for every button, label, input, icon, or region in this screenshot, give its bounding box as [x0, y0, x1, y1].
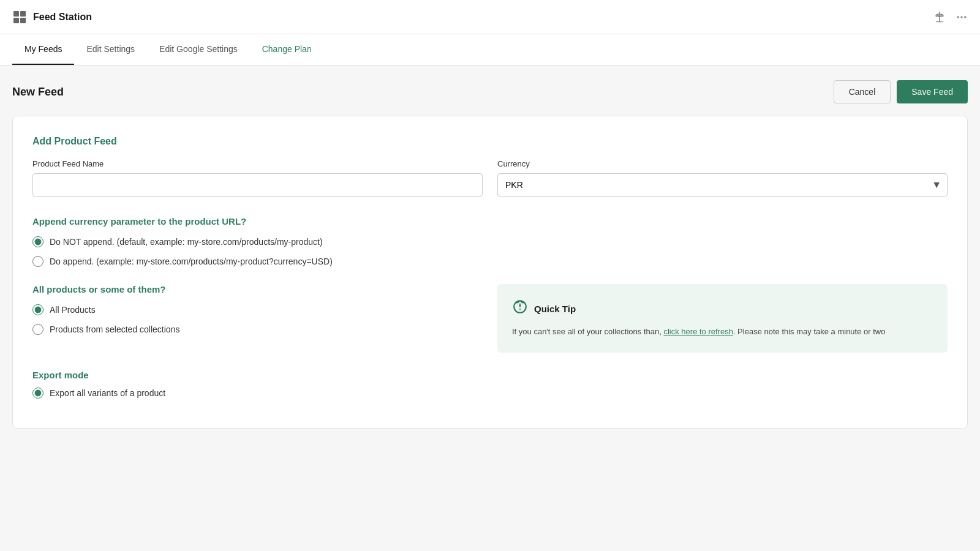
product-feed-name-input[interactable] [32, 173, 483, 197]
export-mode-title: Export mode [32, 370, 948, 380]
pin-button[interactable] [933, 11, 946, 23]
selected-collections-label: Products from selected collections [50, 324, 179, 334]
app-branding: Feed Station [12, 10, 92, 24]
form-card: Add Product Feed Product Feed Name Curre… [12, 116, 968, 429]
export-all-variants-radio[interactable] [32, 388, 43, 399]
refresh-link[interactable]: click here to refresh [663, 327, 733, 336]
currency-select[interactable]: PKR USD EUR GBP [497, 173, 948, 197]
no-append-label: Do NOT append. (default, example: my-sto… [50, 237, 323, 247]
all-products-label: All Products [50, 305, 96, 315]
do-append-option[interactable]: Do append. (example: my-store.com/produc… [32, 256, 948, 267]
selected-collections-radio[interactable] [32, 324, 43, 335]
page-title: New Feed [12, 86, 64, 99]
app-icon [12, 10, 27, 24]
no-append-radio[interactable] [32, 236, 43, 247]
name-currency-row: Product Feed Name Currency PKR USD EUR G… [32, 159, 948, 197]
more-button[interactable] [956, 11, 968, 23]
append-section: Append currency parameter to the product… [32, 216, 948, 267]
products-section: All products or some of them? All Produc… [32, 284, 948, 353]
product-feed-name-label: Product Feed Name [32, 159, 483, 168]
tab-edit-settings[interactable]: Edit Settings [74, 34, 147, 65]
tab-change-plan[interactable]: Change Plan [250, 34, 324, 65]
tab-edit-google-settings[interactable]: Edit Google Settings [147, 34, 250, 65]
form-section-title: Add Product Feed [32, 136, 948, 147]
do-append-radio[interactable] [32, 256, 43, 267]
no-append-option[interactable]: Do NOT append. (default, example: my-sto… [32, 236, 948, 247]
quick-tip-icon [512, 299, 528, 318]
currency-group: Currency PKR USD EUR GBP ▼ [497, 159, 948, 197]
top-bar-actions [933, 11, 968, 23]
products-radio-group: All Products Products from selected coll… [32, 304, 483, 335]
quick-tip-header: Quick Tip [512, 299, 933, 318]
currency-label: Currency [497, 159, 948, 168]
quick-tip-title: Quick Tip [534, 304, 576, 314]
export-all-variants-label: Export all variants of a product [50, 388, 165, 398]
cancel-button[interactable]: Cancel [834, 80, 891, 103]
svg-point-1 [960, 16, 962, 18]
currency-select-wrapper: PKR USD EUR GBP ▼ [497, 173, 948, 197]
quick-tip-box: Quick Tip If you can't see all of your c… [497, 284, 948, 353]
do-append-label: Do append. (example: my-store.com/produc… [50, 257, 333, 266]
app-title: Feed Station [33, 12, 92, 23]
append-radio-group: Do NOT append. (default, example: my-sto… [32, 236, 948, 267]
append-question-title: Append currency parameter to the product… [32, 216, 948, 227]
products-question-title: All products or some of them? [32, 284, 483, 294]
svg-point-2 [964, 16, 966, 18]
header-actions: Cancel Save Feed [834, 80, 968, 103]
export-all-variants-option[interactable]: Export all variants of a product [32, 388, 948, 399]
tab-my-feeds[interactable]: My Feeds [12, 34, 74, 65]
svg-point-0 [957, 16, 959, 18]
all-products-option[interactable]: All Products [32, 304, 483, 315]
nav-tabs: My Feeds Edit Settings Edit Google Setti… [0, 34, 980, 66]
quick-tip-text: If you can't see all of your collections… [512, 326, 933, 338]
export-mode-section: Export mode Export all variants of a pro… [32, 370, 948, 399]
product-feed-name-group: Product Feed Name [32, 159, 483, 197]
content-area: New Feed Cancel Save Feed Add Product Fe… [0, 66, 980, 443]
all-products-radio[interactable] [32, 304, 43, 315]
selected-collections-option[interactable]: Products from selected collections [32, 324, 483, 335]
new-feed-header: New Feed Cancel Save Feed [12, 80, 968, 103]
save-feed-button[interactable]: Save Feed [897, 80, 968, 103]
top-bar: Feed Station [0, 0, 980, 34]
products-left: All products or some of them? All Produc… [32, 284, 483, 353]
quick-tip-col: Quick Tip If you can't see all of your c… [497, 284, 948, 353]
